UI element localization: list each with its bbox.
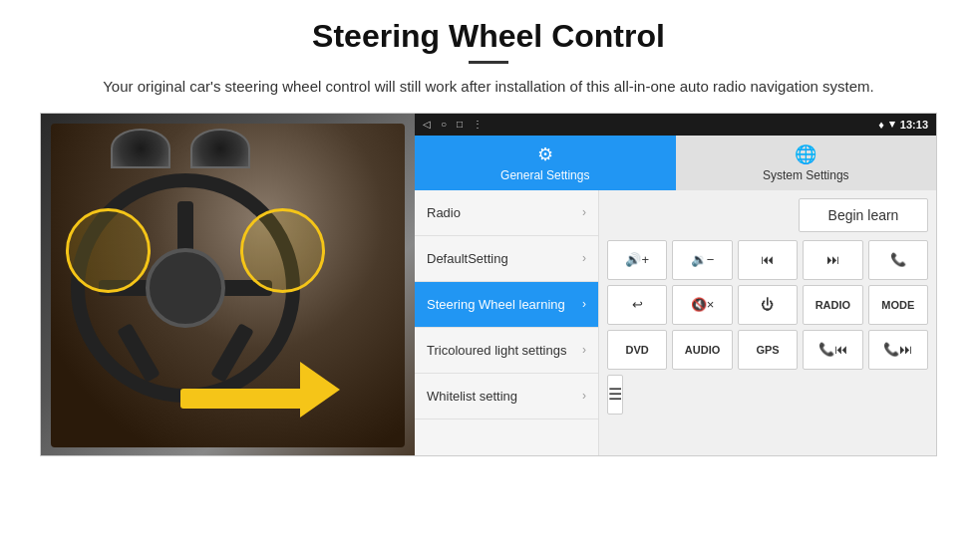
control-buttons-row2: ↩ 🔇× ⏻ RADIO MODE bbox=[607, 285, 928, 325]
status-bar: ◁ ○ □ ⋮ ♦ ▾ 13:13 bbox=[415, 114, 936, 136]
phone-answer-icon: 📞 bbox=[890, 252, 906, 267]
tab-general-label: General Settings bbox=[500, 168, 589, 182]
power-button[interactable]: ⏻ bbox=[738, 285, 798, 325]
dvd-button[interactable]: DVD bbox=[607, 330, 667, 370]
page-subtitle: Your original car's steering wheel contr… bbox=[40, 76, 937, 99]
next-track-button[interactable]: ⏭ bbox=[803, 240, 862, 280]
chevron-radio-icon: › bbox=[582, 205, 586, 219]
arrow-pointer bbox=[180, 380, 340, 418]
gps-button[interactable]: GPS bbox=[738, 330, 798, 370]
begin-learn-row: Begin learn bbox=[607, 198, 928, 232]
android-ui: ◁ ○ □ ⋮ ♦ ▾ 13:13 ⚙ General Settings bbox=[415, 114, 936, 455]
mute-icon: 🔇× bbox=[691, 297, 715, 312]
tel-next-icon: 📞⏭ bbox=[883, 342, 912, 357]
arrow-head bbox=[300, 362, 340, 418]
menu-item-whitelist[interactable]: Whitelist setting › bbox=[415, 374, 598, 420]
location-icon: ♦ bbox=[878, 119, 884, 131]
status-bar-left: ◁ ○ □ ⋮ bbox=[423, 119, 483, 130]
car-image-side bbox=[41, 114, 415, 456]
tab-general-settings[interactable]: ⚙ General Settings bbox=[415, 136, 676, 190]
recents-icon: □ bbox=[457, 119, 463, 130]
power-icon: ⏻ bbox=[761, 297, 774, 312]
chevron-whitelist-icon: › bbox=[582, 389, 586, 403]
title-divider bbox=[469, 61, 508, 64]
menu-item-radio[interactable]: Radio › bbox=[415, 190, 598, 236]
gauge-left bbox=[111, 129, 170, 168]
chevron-tricoloured-icon: › bbox=[582, 343, 586, 357]
tel-prev-button[interactable]: 📞⏮ bbox=[803, 330, 862, 370]
audio-label: AUDIO bbox=[685, 344, 720, 356]
vol-up-icon: 🔊+ bbox=[625, 252, 649, 267]
device-container: ◁ ○ □ ⋮ ♦ ▾ 13:13 ⚙ General Settings bbox=[40, 113, 937, 456]
phone-answer-button[interactable]: 📞 bbox=[868, 240, 928, 280]
highlight-circle-right bbox=[240, 208, 325, 293]
radio-button[interactable]: RADIO bbox=[803, 285, 862, 325]
general-settings-icon: ⚙ bbox=[537, 143, 553, 165]
tel-prev-icon: 📞⏮ bbox=[818, 342, 847, 357]
arrow-body bbox=[180, 389, 300, 409]
clock: 13:13 bbox=[900, 119, 928, 131]
page-title: Steering Wheel Control bbox=[40, 18, 937, 55]
menu-item-radio-label: Radio bbox=[427, 205, 461, 220]
chevron-default-icon: › bbox=[582, 251, 586, 265]
control-buttons-row3: DVD AUDIO GPS 📞⏮ 📞⏭ bbox=[607, 330, 928, 370]
vol-down-icon: 🔉− bbox=[691, 252, 715, 267]
menu-item-tricoloured-label: Tricoloured light settings bbox=[427, 343, 566, 358]
menu-item-steering-label: Steering Wheel learning bbox=[427, 297, 565, 312]
main-content: Radio › DefaultSetting › Steering Wheel … bbox=[415, 190, 936, 455]
back-icon: ◁ bbox=[423, 119, 431, 130]
menu-item-default-label: DefaultSetting bbox=[427, 251, 508, 266]
right-panel: Begin learn 🔊+ 🔉− ⏮ bbox=[599, 190, 936, 455]
whitelist-icon-row: ☰ bbox=[607, 375, 928, 415]
tab-bar: ⚙ General Settings 🌐 System Settings bbox=[415, 136, 936, 190]
menu-item-steering-wheel[interactable]: Steering Wheel learning › bbox=[415, 282, 598, 328]
highlight-circle-left bbox=[66, 208, 151, 293]
menu-item-whitelist-label: Whitelist setting bbox=[427, 389, 517, 404]
mode-button[interactable]: MODE bbox=[868, 285, 928, 325]
gauge-right bbox=[190, 129, 250, 168]
begin-learn-button[interactable]: Begin learn bbox=[799, 198, 928, 232]
chevron-steering-icon: › bbox=[582, 297, 586, 311]
mute-button[interactable]: 🔇× bbox=[672, 285, 732, 325]
wifi-icon: ▾ bbox=[889, 118, 895, 131]
status-bar-right: ♦ ▾ 13:13 bbox=[878, 118, 928, 131]
menu-item-tricoloured[interactable]: Tricoloured light settings › bbox=[415, 328, 598, 374]
gps-label: GPS bbox=[756, 344, 779, 356]
prev-track-button[interactable]: ⏮ bbox=[738, 240, 798, 280]
dashboard-instruments bbox=[111, 129, 250, 168]
whitelist-icon-button[interactable]: ☰ bbox=[607, 375, 623, 415]
mode-label: MODE bbox=[881, 299, 914, 311]
hang-up-button[interactable]: ↩ bbox=[607, 285, 667, 325]
audio-button[interactable]: AUDIO bbox=[672, 330, 732, 370]
steering-wheel-hub bbox=[146, 248, 225, 328]
page-wrapper: Steering Wheel Control Your original car… bbox=[0, 0, 977, 456]
system-settings-icon: 🌐 bbox=[795, 143, 816, 165]
tab-system-settings[interactable]: 🌐 System Settings bbox=[676, 136, 937, 190]
menu-icon: ⋮ bbox=[473, 119, 483, 130]
whitelist-icon: ☰ bbox=[608, 385, 622, 404]
menu-item-default-setting[interactable]: DefaultSetting › bbox=[415, 236, 598, 282]
tab-system-label: System Settings bbox=[763, 168, 849, 182]
prev-track-icon: ⏮ bbox=[761, 252, 774, 267]
radio-label: RADIO bbox=[815, 299, 850, 311]
vol-down-button[interactable]: 🔉− bbox=[672, 240, 732, 280]
tel-next-button[interactable]: 📞⏭ bbox=[868, 330, 928, 370]
vol-up-button[interactable]: 🔊+ bbox=[607, 240, 667, 280]
dvd-label: DVD bbox=[626, 344, 649, 356]
home-icon: ○ bbox=[441, 119, 447, 130]
hang-up-icon: ↩ bbox=[632, 297, 643, 312]
left-menu: Radio › DefaultSetting › Steering Wheel … bbox=[415, 190, 599, 455]
next-track-icon: ⏭ bbox=[826, 252, 839, 267]
control-buttons-row1: 🔊+ 🔉− ⏮ ⏭ 📞 bbox=[607, 240, 928, 280]
